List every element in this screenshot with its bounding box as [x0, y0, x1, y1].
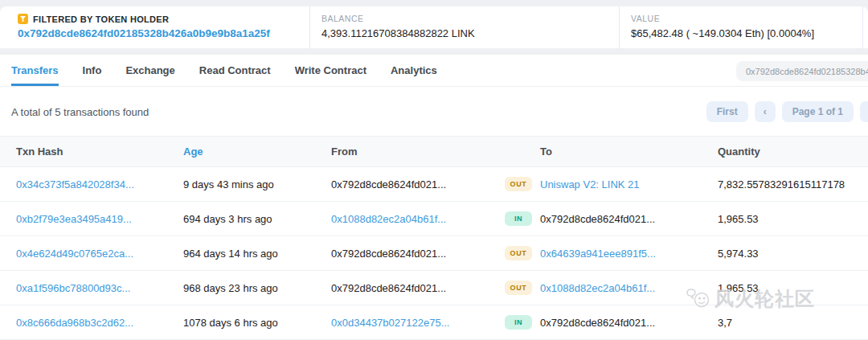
from-cell: 0x1088d82ec2a04b61f... — [331, 202, 497, 236]
from-cell: 0x792d8cde8624fd021... — [331, 167, 497, 202]
direction-badge: OUT — [505, 281, 533, 295]
txn-hash-cell: 0x8c666da968b3c2d62... — [0, 305, 183, 340]
direction-badge: OUT — [505, 177, 533, 191]
from-address[interactable]: 0x0d34437b027122e75... — [331, 317, 449, 329]
txn-hash-cell: 0xb2f79e3ea3495a419... — [0, 202, 183, 236]
txn-hash-link[interactable]: 0xb2f79e3ea3495a419... — [16, 213, 132, 225]
from-cell: 0x0d34437b027122e75... — [331, 305, 497, 340]
summary-card: FILTERED BY TOKEN HOLDER 0x792d8cde8624f… — [0, 6, 868, 48]
header-txn-hash: Txn Hash — [0, 137, 183, 167]
summary-card-end — [862, 6, 868, 48]
age-cell: 968 days 23 hrs ago — [183, 271, 331, 305]
to-cell: 0x64639a941eee891f5... — [540, 236, 718, 271]
table-header-row: Txn Hash Age From To Quantity — [0, 137, 868, 167]
filter-section: FILTERED BY TOKEN HOLDER 0x792d8cde8624f… — [0, 6, 309, 48]
to-address[interactable]: Uniswap V2: LINK 21 — [540, 178, 640, 190]
txn-hash-cell: 0x34c373f5a842028f34... — [0, 167, 183, 202]
quantity-cell: 1,965.53 — [718, 202, 868, 236]
direction-cell: OUT — [497, 271, 540, 305]
from-cell: 0x792d8cde8624fd021... — [331, 271, 497, 305]
age-cell: 694 days 3 hrs ago — [183, 202, 331, 236]
age-cell: 964 days 14 hrs ago — [183, 236, 331, 271]
to-cell: 0x792d8cde8624fd021... — [540, 202, 718, 236]
to-cell: 0x792d8cde8624fd021... — [540, 305, 718, 340]
tab-exchange[interactable]: Exchange — [125, 55, 174, 86]
balance-value: 4,393.11216708384882822 LINK — [321, 27, 619, 39]
pagination-first-button[interactable]: First — [706, 101, 748, 122]
pagination-page-indicator: Page 1 of 1 — [782, 101, 854, 122]
txn-hash-link[interactable]: 0x34c373f5a842028f34... — [16, 178, 134, 190]
results-bar: A total of 5 transactions found First ‹ … — [0, 87, 868, 136]
txn-hash-link[interactable]: 0x4e624d49c0765e2ca... — [16, 248, 133, 260]
pagination-next-button[interactable]: › — [860, 101, 868, 122]
table-row: 0x34c373f5a842028f34... 9 days 43 mins a… — [0, 167, 868, 202]
table-row: 0xa1f596bc78800d93c... 968 days 23 hrs a… — [0, 271, 868, 305]
header-to: To — [540, 137, 718, 167]
search-input[interactable]: 0x792d8cde8624fd02185328b4... — [736, 61, 868, 81]
table-row: 0xb2f79e3ea3495a419... 694 days 3 hrs ag… — [0, 202, 868, 236]
to-address: 0x792d8cde8624fd021... — [540, 213, 655, 225]
header-from: From — [331, 137, 497, 167]
txn-hash-link[interactable]: 0x8c666da968b3c2d62... — [16, 317, 133, 329]
token-transfers-page: { "header": { "filter_label": "FILTERED … — [0, 0, 868, 340]
age-cell: 1078 days 6 hrs ago — [183, 305, 331, 340]
value-section: VALUE $65,482.48 ( ~149.0304 Eth) [0.000… — [619, 6, 862, 48]
from-address: 0x792d8cde8624fd021... — [331, 282, 446, 294]
direction-cell: OUT — [497, 167, 540, 202]
to-cell: 0x1088d82ec2a04b61f... — [540, 271, 718, 305]
value-label: VALUE — [631, 14, 862, 23]
txn-hash-cell: 0x4e624d49c0765e2ca... — [0, 236, 183, 271]
quantity-cell: 5,974.33 — [718, 236, 868, 271]
to-cell: Uniswap V2: LINK 21 — [540, 167, 718, 202]
direction-cell: IN — [497, 305, 540, 340]
txn-hash-cell: 0xa1f596bc78800d93c... — [0, 271, 183, 305]
txn-hash-link[interactable]: 0xa1f596bc78800d93c... — [16, 282, 130, 294]
direction-badge: IN — [505, 315, 532, 330]
tabs-bar: Transfers Info Exchange Read Contract Wr… — [0, 55, 868, 87]
table-row: 0x4e624d49c0765e2ca... 964 days 14 hrs a… — [0, 236, 868, 271]
to-address[interactable]: 0x1088d82ec2a04b61f... — [540, 282, 655, 294]
tab-transfers[interactable]: Transfers — [11, 55, 59, 86]
tab-write-contract[interactable]: Write Contract — [295, 55, 366, 86]
quantity-cell: 7,832.55783291615117178 — [718, 167, 868, 202]
table-row: 0x8c666da968b3c2d62... 1078 days 6 hrs a… — [0, 305, 868, 340]
header-quantity: Quantity — [718, 137, 868, 167]
balance-label: BALANCE — [321, 14, 619, 23]
from-address: 0x792d8cde8624fd021... — [331, 248, 446, 260]
tab-analytics[interactable]: Analytics — [391, 55, 437, 86]
token-holder-filter-icon — [18, 14, 28, 24]
balance-section: BALANCE 4,393.11216708384882822 LINK — [309, 6, 619, 48]
age-cell: 9 days 43 mins ago — [183, 167, 331, 202]
pagination-prev-button[interactable]: ‹ — [755, 101, 776, 122]
to-address[interactable]: 0x64639a941eee891f5... — [540, 248, 656, 260]
header-age-sort[interactable]: Age — [183, 137, 331, 167]
direction-cell: IN — [497, 202, 540, 236]
header-direction — [497, 137, 540, 167]
to-address: 0x792d8cde8624fd021... — [540, 317, 655, 329]
holder-address-link[interactable]: 0x792d8cde8624fd02185328b426a0b9e9b8a1a2… — [18, 27, 309, 39]
main-panel: Transfers Info Exchange Read Contract Wr… — [0, 55, 868, 340]
direction-cell: OUT — [497, 236, 540, 271]
from-cell: 0x792d8cde8624fd021... — [331, 236, 497, 271]
filter-label: FILTERED BY TOKEN HOLDER — [33, 14, 169, 24]
direction-badge: IN — [505, 211, 532, 226]
quantity-cell: 3,7 — [718, 305, 868, 340]
value-value: $65,482.48 ( ~149.0304 Eth) [0.0004%] — [631, 27, 862, 39]
transfers-tbody: 0x34c373f5a842028f34... 9 days 43 mins a… — [0, 167, 868, 340]
tab-info[interactable]: Info — [83, 55, 102, 86]
quantity-cell: 1,965.53 — [718, 271, 868, 305]
direction-badge: OUT — [505, 246, 533, 260]
results-summary: A total of 5 transactions found — [11, 106, 149, 118]
pagination: First ‹ Page 1 of 1 › — [706, 101, 868, 122]
from-address: 0x792d8cde8624fd021... — [331, 178, 446, 190]
transfers-table: Txn Hash Age From To Quantity 0x34c373f5… — [0, 136, 868, 340]
tab-read-contract[interactable]: Read Contract — [199, 55, 271, 86]
from-address[interactable]: 0x1088d82ec2a04b61f... — [331, 213, 446, 225]
